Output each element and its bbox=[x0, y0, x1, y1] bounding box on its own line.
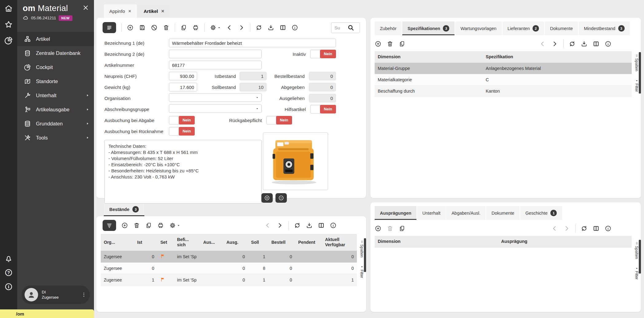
tab-close-icon[interactable]: ✕ bbox=[161, 9, 164, 13]
dashboard-pie-icon[interactable] bbox=[4, 36, 13, 45]
gewicht-input[interactable] bbox=[169, 83, 197, 91]
settings-gear-button[interactable] bbox=[210, 24, 221, 31]
tab-spezifikationen[interactable]: Spezifikationen3 bbox=[402, 21, 455, 35]
table-row[interactable]: Zugersee 1 im Set 'Sp 0 1 0 1 bbox=[101, 274, 357, 286]
add-button[interactable] bbox=[127, 24, 134, 31]
sidebar-item-artikelausgabe[interactable]: Artikelausgabe bbox=[17, 102, 94, 117]
columns-button[interactable] bbox=[279, 24, 286, 31]
add-button[interactable] bbox=[375, 40, 381, 47]
info-icon[interactable] bbox=[4, 282, 13, 291]
sidebar-item-standorte[interactable]: Standorte bbox=[17, 74, 94, 88]
hilfsartikel-toggle[interactable]: Nein bbox=[310, 105, 336, 113]
user-chip[interactable]: DI Zugersee bbox=[21, 285, 90, 304]
table-row[interactable]: Zugersee 0 0 8 0 0 bbox=[101, 263, 357, 274]
sidebar-item-artikel[interactable]: Artikel bbox=[17, 32, 94, 46]
sidebar-close-icon[interactable] bbox=[82, 4, 89, 11]
save-button[interactable] bbox=[139, 24, 146, 31]
columns-button[interactable] bbox=[318, 222, 325, 229]
notifications-bell-icon[interactable] bbox=[4, 254, 13, 263]
prev-page-button[interactable] bbox=[539, 40, 546, 47]
next-record-button[interactable] bbox=[238, 24, 245, 31]
print-button[interactable] bbox=[157, 222, 164, 229]
copy-button[interactable] bbox=[399, 40, 405, 47]
refresh-button[interactable] bbox=[256, 24, 262, 31]
ausbuchung-ruecknahme-toggle[interactable]: Nein bbox=[169, 127, 195, 136]
settings-gear-button[interactable] bbox=[169, 222, 180, 229]
tab-artikel[interactable]: Artikel ✕ bbox=[138, 4, 170, 18]
bezeichnung1-input[interactable] bbox=[169, 39, 336, 47]
list-view-button[interactable] bbox=[103, 22, 116, 33]
spalten-button[interactable]: Spalten bbox=[634, 242, 639, 259]
tab-close-icon[interactable]: ✕ bbox=[128, 9, 131, 13]
filter-button[interactable]: Filter bbox=[634, 79, 639, 92]
print-button[interactable] bbox=[192, 24, 199, 31]
tab-lieferanten[interactable]: Lieferanten2 bbox=[502, 21, 544, 35]
prev-record-button[interactable] bbox=[226, 24, 233, 31]
refresh-button[interactable] bbox=[294, 222, 301, 229]
tab-auspraegungen[interactable]: Ausprägungen bbox=[375, 206, 416, 220]
delete-button[interactable] bbox=[387, 225, 393, 232]
sidebar-item-cockpit[interactable]: Cockpit bbox=[17, 60, 94, 74]
organisation-select[interactable] bbox=[169, 93, 262, 103]
tab-unterhalt[interactable]: Unterhalt bbox=[417, 206, 446, 220]
tab-abgaben-ausl[interactable]: Abgaben/Ausl. bbox=[446, 206, 486, 220]
user-menu-dots-icon[interactable] bbox=[81, 292, 87, 297]
prev-page-button[interactable] bbox=[264, 222, 271, 229]
neupreis-input[interactable] bbox=[169, 72, 197, 80]
tab-wartungsvorlagen[interactable]: Wartungsvorlagen bbox=[455, 21, 502, 35]
table-row[interactable]: Zugersee 0 im Set 'Sp 0 1 0 0 bbox=[101, 251, 357, 263]
info-button[interactable] bbox=[605, 40, 611, 47]
columns-button[interactable] bbox=[593, 225, 599, 232]
tab-mindestbestand[interactable]: Mindestbestand3 bbox=[579, 21, 630, 35]
tab-appinfo[interactable]: Appinfo ✕ bbox=[104, 4, 137, 18]
sidebar-item-zentrale-datenbank[interactable]: Zentrale Datenbank bbox=[17, 46, 94, 60]
tab-geschichte[interactable]: Geschichte1 bbox=[520, 206, 562, 220]
table-row[interactable]: Materialkategorie C bbox=[375, 74, 632, 86]
copy-button[interactable] bbox=[180, 24, 187, 31]
add-button[interactable] bbox=[121, 222, 128, 229]
prev-page-button[interactable] bbox=[551, 225, 558, 232]
bezeichnung2-input[interactable] bbox=[169, 50, 262, 58]
filter-list-button[interactable] bbox=[103, 220, 116, 231]
vertical-scrollbar[interactable] bbox=[364, 238, 366, 272]
spalten-button[interactable]: Spalten bbox=[360, 240, 364, 257]
add-button[interactable] bbox=[375, 225, 381, 232]
filter-button[interactable]: Filter bbox=[634, 267, 639, 280]
tab-dokumente[interactable]: Dokumente bbox=[545, 21, 578, 35]
rueckgabepflicht-toggle[interactable]: Nein bbox=[266, 116, 292, 125]
next-page-button[interactable] bbox=[276, 222, 283, 229]
delete-button[interactable] bbox=[163, 24, 170, 31]
search-input[interactable] bbox=[334, 25, 346, 31]
copy-button[interactable] bbox=[399, 225, 405, 232]
next-page-button[interactable] bbox=[551, 40, 558, 47]
technische-daten-textarea[interactable]: Technische Daten: - Abmessungen: B 435 x… bbox=[104, 140, 262, 204]
export-download-button[interactable] bbox=[306, 222, 313, 229]
info-button[interactable] bbox=[605, 225, 611, 232]
export-download-button[interactable] bbox=[267, 24, 274, 31]
sidebar-item-tools[interactable]: Tools bbox=[17, 131, 94, 145]
table-row[interactable]: Material-Gruppe Anlagenbezogenes Materia… bbox=[375, 63, 632, 74]
sidebar-item-grunddaten[interactable]: Grunddaten bbox=[17, 117, 94, 131]
copy-button[interactable] bbox=[145, 222, 152, 229]
image-zoom-out-button[interactable] bbox=[275, 193, 287, 203]
spalten-button[interactable]: Spalten bbox=[634, 54, 639, 71]
cancel-button[interactable] bbox=[151, 24, 158, 31]
tab-dokumente[interactable]: Dokumente bbox=[486, 206, 519, 220]
sidebar-item-unterhalt[interactable]: Unterhalt bbox=[17, 88, 94, 102]
home-icon[interactable] bbox=[4, 4, 13, 13]
refresh-button[interactable] bbox=[569, 40, 576, 47]
info-button[interactable] bbox=[291, 24, 298, 31]
search-box[interactable] bbox=[331, 22, 360, 33]
image-zoom-in-button[interactable] bbox=[261, 193, 273, 203]
artikelnummer-input[interactable] bbox=[169, 61, 262, 69]
search-icon[interactable] bbox=[347, 24, 354, 31]
refresh-button[interactable] bbox=[581, 225, 587, 232]
vertical-scrollbar[interactable] bbox=[639, 52, 641, 94]
ausbuchung-abgabe-toggle[interactable]: Nein bbox=[169, 116, 195, 125]
columns-button[interactable] bbox=[593, 40, 599, 47]
table-row[interactable]: Beschaffung durch Kanton bbox=[375, 86, 632, 97]
favorites-star-icon[interactable] bbox=[4, 20, 13, 29]
vertical-scrollbar[interactable] bbox=[639, 240, 641, 274]
inaktiv-toggle[interactable]: Nein bbox=[310, 50, 336, 58]
tab-zubehoer[interactable]: Zubehör bbox=[375, 21, 402, 35]
